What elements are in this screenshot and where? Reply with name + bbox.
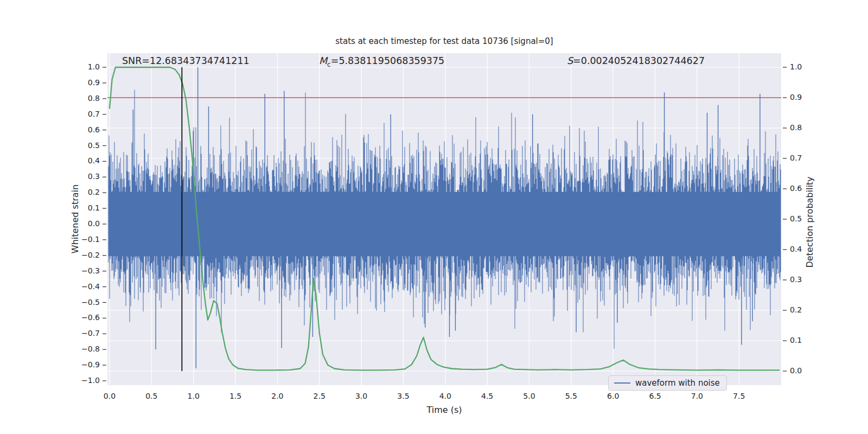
s-value: =0.0024052418302744627 [573,55,705,66]
y-left-tick-label: −0.7 [65,329,100,337]
y-left-tick-label: 1.0 [65,62,100,71]
y-right-tick-label: 0.4 [790,245,820,253]
y-right-tick-label: 1.0 [790,62,820,71]
y-right-tick-label: 0.3 [790,275,820,284]
y-right-tick-label: 0.7 [790,154,820,162]
y-left-tick-label: 0.3 [65,172,100,181]
figure: stats at each timestep for test data 107… [0,0,868,434]
legend-label: waveform with noise [635,378,720,388]
mc-subscript: c [327,61,331,68]
x-tick-label: 1.5 [224,392,247,400]
y-right-tick-label: 0.6 [790,184,820,193]
y-left-tick-label: 0.0 [65,219,100,228]
y-right-tick-label: 0.1 [790,336,820,344]
y-left-tick-label: 0.4 [65,156,100,165]
x-tick-label: 3.0 [349,392,373,400]
y-right-tick-label: 0.2 [790,305,820,314]
y-left-tick-label: −0.1 [65,235,100,244]
y-left-tick-label: 0.8 [65,94,100,103]
y-left-tick-label: −1.0 [65,376,100,385]
chart-title: stats at each timestep for test data 107… [107,36,781,46]
x-tick-label: 2.0 [265,392,289,400]
y-left-tick-label: 0.5 [65,141,100,150]
x-tick-label: 1.0 [182,392,206,400]
y-left-tick-label: 0.1 [65,203,100,212]
x-tick-label: 6.5 [643,392,667,400]
y-left-tick-label: 0.6 [65,125,100,134]
mc-value: =5.8381195068359375 [331,55,445,66]
x-tick-label: 5.0 [518,392,541,400]
y-left-tick-label: −0.9 [65,360,100,369]
y-left-tick-label: 0.9 [65,78,100,87]
legend: waveform with noise [608,375,727,391]
x-tick-label: 2.5 [308,392,331,400]
x-tick-label: 7.5 [727,392,751,400]
y-left-tick-label: −0.4 [65,282,100,291]
x-tick-label: 0.0 [98,392,122,400]
y-right-tick-label: 0.9 [790,93,820,101]
legend-line-sample [614,382,630,384]
x-tick-label: 3.5 [391,392,415,400]
y-left-tick-label: −0.2 [65,251,100,259]
x-tick-label: 4.0 [433,392,457,400]
annotation-s-statistic: S=0.0024052418302744627 [567,55,705,66]
y-left-tick-label: 0.7 [65,110,100,118]
y-left-tick-label: −0.8 [65,344,100,353]
y-left-tick-label: −0.3 [65,266,100,275]
y-left-tick-label: −0.6 [65,313,100,322]
x-tick-label: 0.5 [139,392,163,400]
x-axis-label: Time (s) [107,405,781,415]
annotation-snr: SNR=12.68343734741211 [122,55,250,66]
y-right-tick-label: 0.0 [790,366,820,375]
x-tick-label: 7.0 [685,392,709,400]
x-tick-label: 6.0 [601,392,625,400]
s-symbol: S [567,55,573,66]
annotation-chirp-mass: Mc=5.8381195068359375 [319,55,444,68]
x-tick-label: 5.5 [559,392,583,400]
y-left-tick-label: 0.2 [65,188,100,196]
y-left-tick-label: −0.5 [65,298,100,307]
y-right-tick-label: 0.5 [790,214,820,223]
mc-symbol: M [319,55,327,66]
y-right-tick-label: 0.8 [790,123,820,132]
x-tick-label: 4.5 [475,392,499,400]
